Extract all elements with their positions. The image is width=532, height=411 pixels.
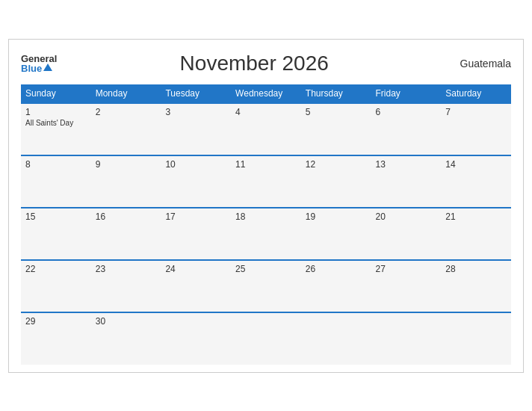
day-cell — [231, 312, 301, 365]
day-cell: 9 — [91, 155, 161, 208]
week-row-1: 1All Saints' Day234567 — [21, 103, 511, 155]
day-number: 17 — [165, 211, 226, 222]
day-number: 2 — [96, 107, 157, 117]
header-sunday: Sunday — [21, 84, 91, 103]
day-number: 11 — [235, 159, 297, 170]
day-cell: 24 — [161, 260, 231, 312]
calendar-table: Sunday Monday Tuesday Wednesday Thursday… — [21, 84, 511, 365]
header-saturday: Saturday — [441, 84, 511, 103]
day-event: All Saints' Day — [25, 119, 87, 127]
day-cell — [161, 312, 231, 365]
header-friday: Friday — [371, 84, 442, 103]
day-cell: 20 — [371, 208, 442, 260]
day-number: 7 — [445, 107, 507, 117]
day-cell: 15 — [21, 208, 91, 260]
day-number: 4 — [235, 107, 297, 117]
logo-blue-text: Blue — [21, 64, 42, 73]
day-number: 10 — [165, 159, 226, 170]
day-cell: 30 — [91, 312, 161, 365]
day-cell — [301, 312, 371, 365]
day-number: 6 — [376, 107, 437, 117]
day-cell — [371, 312, 442, 365]
day-number: 25 — [235, 264, 297, 274]
day-number: 15 — [25, 211, 87, 222]
day-cell: 27 — [371, 260, 442, 312]
logo-triangle-icon — [43, 64, 52, 71]
week-row-4: 22232425262728 — [21, 260, 511, 312]
day-number: 29 — [25, 316, 87, 327]
day-cell — [441, 312, 511, 365]
logo-general-text: General — [21, 54, 57, 64]
calendar-container: General Blue November 2026 Guatemala Sun… — [8, 39, 524, 373]
day-cell: 8 — [21, 155, 91, 208]
day-number: 30 — [96, 316, 157, 327]
day-number: 27 — [376, 264, 437, 274]
day-cell: 16 — [91, 208, 161, 260]
day-number: 12 — [306, 159, 367, 170]
day-cell: 19 — [301, 208, 371, 260]
day-cell: 10 — [161, 155, 231, 208]
day-cell: 14 — [441, 155, 511, 208]
day-cell: 12 — [301, 155, 371, 208]
day-number: 13 — [376, 159, 437, 170]
day-number: 19 — [306, 211, 367, 222]
day-number: 24 — [165, 264, 226, 274]
day-cell: 23 — [91, 260, 161, 312]
day-number: 9 — [96, 159, 157, 170]
calendar-title: November 2026 — [57, 52, 451, 75]
day-cell: 29 — [21, 312, 91, 365]
day-number: 8 — [25, 159, 87, 170]
day-number: 26 — [306, 264, 367, 274]
week-row-3: 15161718192021 — [21, 208, 511, 260]
day-cell: 5 — [301, 103, 371, 155]
day-number: 5 — [306, 107, 367, 117]
day-cell: 21 — [441, 208, 511, 260]
day-number: 21 — [445, 211, 507, 222]
day-number: 18 — [235, 211, 297, 222]
day-number: 3 — [165, 107, 226, 117]
day-cell: 1All Saints' Day — [21, 103, 91, 155]
header-tuesday: Tuesday — [161, 84, 231, 103]
day-cell: 18 — [231, 208, 301, 260]
day-cell: 11 — [231, 155, 301, 208]
day-cell: 2 — [91, 103, 161, 155]
week-row-5: 2930 — [21, 312, 511, 365]
header-monday: Monday — [91, 84, 161, 103]
calendar-header: General Blue November 2026 Guatemala — [21, 52, 511, 75]
day-cell: 6 — [371, 103, 442, 155]
country-label: Guatemala — [451, 58, 511, 69]
day-number: 1 — [25, 107, 87, 117]
day-number: 23 — [96, 264, 157, 274]
day-cell: 3 — [161, 103, 231, 155]
day-cell: 28 — [441, 260, 511, 312]
day-number: 28 — [445, 264, 507, 274]
logo: General Blue — [21, 54, 57, 73]
day-number: 16 — [96, 211, 157, 222]
day-number: 14 — [445, 159, 507, 170]
header-thursday: Thursday — [301, 84, 371, 103]
weekday-header-row: Sunday Monday Tuesday Wednesday Thursday… — [21, 84, 511, 103]
day-cell: 7 — [441, 103, 511, 155]
day-cell: 13 — [371, 155, 442, 208]
day-cell: 22 — [21, 260, 91, 312]
week-row-2: 891011121314 — [21, 155, 511, 208]
day-cell: 17 — [161, 208, 231, 260]
day-cell: 26 — [301, 260, 371, 312]
day-cell: 4 — [231, 103, 301, 155]
day-cell: 25 — [231, 260, 301, 312]
day-number: 22 — [25, 264, 87, 274]
day-number: 20 — [376, 211, 437, 222]
header-wednesday: Wednesday — [231, 84, 301, 103]
